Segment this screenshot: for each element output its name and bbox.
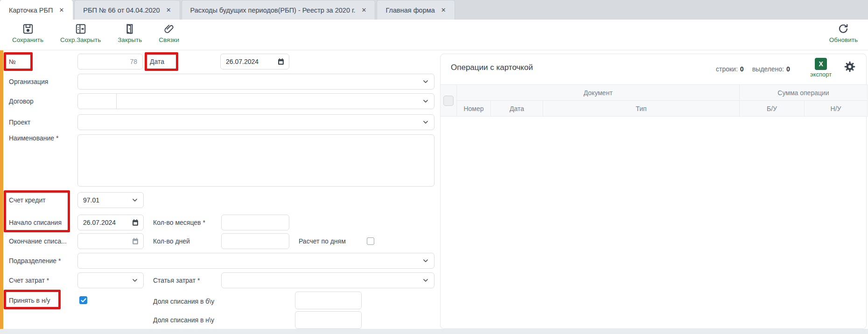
- close-button[interactable]: Закрыть: [118, 23, 142, 43]
- refresh-icon: [837, 23, 849, 35]
- tab-close-icon[interactable]: ✕: [362, 7, 367, 14]
- annotation-box-number: [4, 52, 33, 71]
- calendar-icon[interactable]: [131, 218, 140, 227]
- selected-counter: выделено:0: [752, 65, 790, 73]
- column-header-number: Номер: [456, 100, 491, 117]
- number-value: 78: [130, 54, 137, 69]
- refresh-label: Обновить: [829, 36, 858, 43]
- share-bu-input[interactable]: [295, 292, 362, 309]
- calendar-icon[interactable]: [277, 57, 285, 66]
- gear-icon[interactable]: [844, 61, 856, 73]
- save-icon: [22, 23, 34, 35]
- number-input[interactable]: 78: [77, 54, 143, 70]
- days-count-input[interactable]: [221, 233, 289, 249]
- tab-bar: Карточка РБП ✕ РБП № 66 от 04.04.2020 ✕ …: [0, 0, 868, 20]
- days-count-label: Кол-во дней: [153, 233, 190, 249]
- department-label: Подразделение *: [9, 253, 61, 269]
- rows-label: строки:: [716, 65, 738, 73]
- months-count-input[interactable]: [221, 215, 289, 230]
- date-value: 26.07.2024: [226, 54, 259, 69]
- contract-label: Договор: [9, 93, 34, 109]
- rows-counter: строки:0: [716, 65, 744, 73]
- chevron-down-icon: [422, 118, 429, 126]
- excel-icon: X: [815, 58, 827, 70]
- number-label: №: [9, 54, 16, 70]
- department-select[interactable]: [77, 253, 434, 269]
- save-close-label: Сохр.Закрыть: [60, 36, 101, 43]
- name-textarea[interactable]: [77, 134, 434, 187]
- end-date-input[interactable]: [77, 233, 144, 249]
- tab-label: Главная форма: [385, 7, 434, 14]
- cost-account-select[interactable]: [77, 272, 144, 288]
- column-header-document: Документ: [456, 84, 740, 101]
- accept-nu-checkbox[interactable]: [79, 296, 87, 304]
- start-date-input[interactable]: 26.07.2024: [77, 215, 144, 230]
- accept-nu-label: Принять в н/у: [9, 292, 50, 308]
- rbp-card-screen: Карточка РБП ✕ РБП № 66 от 04.04.2020 ✕ …: [0, 0, 868, 334]
- selected-count: 0: [786, 65, 790, 73]
- toolbar: Сохранить Сохр.Закрыть: [0, 20, 868, 50]
- chevron-down-icon: [131, 196, 139, 204]
- organization-label: Организация: [9, 74, 48, 90]
- date-label: Дата: [150, 54, 164, 70]
- column-header-bu: Б/У: [739, 100, 805, 117]
- card-operations-panel: Операции с карточкой строки:0 выделено:0…: [440, 54, 867, 329]
- project-select[interactable]: [77, 114, 434, 130]
- links-label: Связки: [159, 36, 179, 43]
- close-label: Закрыть: [118, 36, 142, 43]
- column-header-type: Тип: [543, 100, 740, 117]
- chevron-down-icon: [422, 97, 429, 105]
- select-all-checkbox[interactable]: [443, 96, 454, 106]
- save-button[interactable]: Сохранить: [12, 23, 43, 43]
- date-input[interactable]: 26.07.2024: [220, 54, 289, 70]
- export-label: экспорт: [810, 71, 832, 78]
- calc-by-days-checkbox[interactable]: [367, 237, 374, 245]
- tab-label: РБП № 66 от 04.04.2020: [83, 7, 160, 14]
- tab-close-icon[interactable]: ✕: [59, 7, 64, 14]
- credit-account-value: 97.01: [83, 193, 99, 208]
- share-nu-label: Доля списания в н\у: [153, 311, 214, 329]
- start-date-value: 26.07.2024: [83, 215, 116, 230]
- start-date-label: Начало списания: [9, 215, 62, 230]
- grid-body-empty: [441, 117, 866, 328]
- project-label: Проект: [9, 114, 30, 130]
- share-bu-label: Доля списания в б\у: [153, 292, 214, 310]
- column-header-nu: Н/У: [804, 100, 868, 117]
- save-close-icon: [75, 23, 87, 35]
- tab-close-icon[interactable]: ✕: [166, 7, 171, 14]
- cost-item-label: Статья затрат *: [153, 272, 200, 288]
- export-excel-button[interactable]: X экспорт: [810, 58, 832, 78]
- links-button[interactable]: Связки: [159, 23, 179, 43]
- panel-stats: строки:0 выделено:0: [716, 65, 790, 73]
- refresh-button[interactable]: Обновить: [829, 23, 858, 43]
- calc-by-days-label: Расчет по дням: [299, 233, 346, 249]
- contract-select[interactable]: [77, 93, 434, 109]
- chevron-down-icon: [422, 78, 429, 85]
- credit-account-select[interactable]: 97.01: [77, 192, 144, 208]
- column-header-sum: Сумма операции: [739, 84, 868, 101]
- tab-rbp-66[interactable]: РБП № 66 от 04.04.2020 ✕: [74, 0, 180, 20]
- field-divider: [116, 94, 117, 109]
- chevron-down-icon: [422, 257, 429, 264]
- share-nu-input[interactable]: [295, 311, 362, 329]
- save-close-button[interactable]: Сохр.Закрыть: [60, 23, 101, 43]
- tab-label: Карточка РБП: [9, 7, 53, 14]
- calendar-icon[interactable]: [131, 237, 140, 245]
- cost-account-label: Счет затрат *: [9, 272, 49, 288]
- tab-rbp-registry[interactable]: Расходы будущих периодов(РБП) - Реестр з…: [182, 0, 376, 20]
- bottom-strip: [0, 329, 868, 334]
- tab-main-form[interactable]: Главная форма ✕: [377, 0, 455, 20]
- tab-rbp-card[interactable]: Карточка РБП ✕: [0, 0, 73, 20]
- checkmark-icon: [81, 298, 86, 303]
- credit-account-label: Счет кредит: [9, 192, 46, 208]
- rows-count: 0: [740, 65, 744, 73]
- paperclip-icon: [163, 23, 175, 35]
- column-header-date: Дата: [490, 100, 543, 117]
- panel-title: Операции с карточкой: [451, 63, 533, 72]
- organization-select[interactable]: [77, 74, 434, 90]
- cost-item-select[interactable]: [221, 272, 434, 288]
- tab-label: Расходы будущих периодов(РБП) - Реестр з…: [190, 7, 356, 14]
- name-label: Наименование *: [9, 133, 58, 143]
- tab-close-icon[interactable]: ✕: [441, 7, 446, 14]
- accent-stripe: [0, 50, 3, 329]
